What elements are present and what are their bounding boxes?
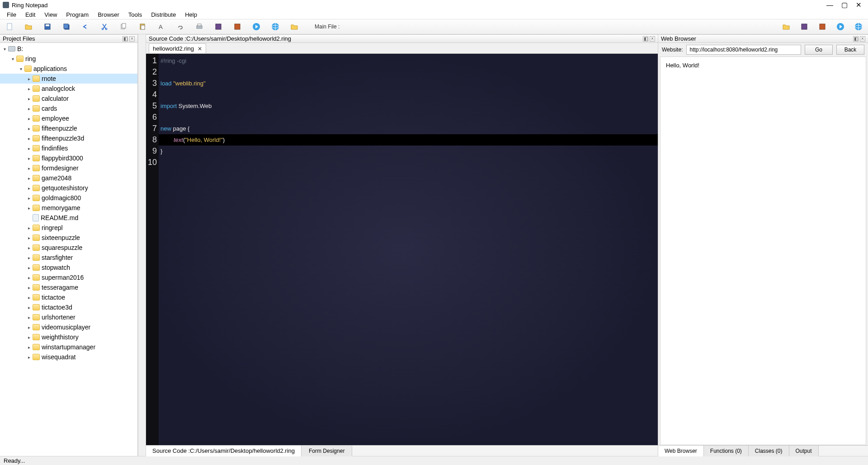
tree-item[interactable]: README.md [0,213,137,223]
tree-item[interactable]: ▸rnote [0,74,137,84]
menu-file[interactable]: File [3,10,20,19]
tree-item[interactable]: ▸starsfighter [0,253,137,263]
panel-float-icon[interactable]: ◧ [123,36,128,42]
tree-item[interactable]: ▸findinfiles [0,143,137,153]
menu-distribute[interactable]: Distribute [147,10,180,19]
open-folder-icon-r[interactable] [782,23,790,31]
tree-item[interactable]: ▸videomusicplayer [0,322,137,332]
bottom-tab-output[interactable]: Output [789,446,819,456]
browser-output-text: Hello, World! [666,62,699,69]
font-icon[interactable]: A [157,23,165,31]
tree-item[interactable]: ▸wisequadrat [0,352,137,362]
form-icon[interactable] [214,23,222,31]
tree-item[interactable]: ▸fifteenpuzzle [0,123,137,133]
menu-program[interactable]: Program [62,10,93,19]
editor-bottom-tab-formdesigner[interactable]: Form Designer [302,446,352,456]
run-web-icon[interactable] [271,23,279,31]
browser-content: Hello, World! [660,56,866,445]
undo-icon[interactable] [81,23,90,31]
status-bar: Ready... [0,456,868,465]
link-icon[interactable] [176,23,184,31]
menu-help[interactable]: Help [181,10,201,19]
back-button[interactable]: Back [836,45,864,55]
tree-item[interactable]: ▸getquoteshistory [0,183,137,193]
toolbar: A Main File : [0,19,868,34]
tree-item[interactable]: ▸superman2016 [0,272,137,282]
browser-bottom-tabstrip: Web Browser Functions (0) Classes (0) Ou… [658,445,868,456]
splitter-left[interactable] [138,34,146,456]
panel-close-icon[interactable]: × [129,36,135,42]
editor-tab[interactable]: helloworld2.ring ✕ [149,43,206,53]
tree-item[interactable]: ▾B: [0,44,137,54]
menu-tools[interactable]: Tools [124,10,146,19]
project-tree[interactable]: ▾B:▾ring▾applications▸rnote▸analogclock▸… [0,43,137,456]
close-button[interactable]: ✕ [856,1,862,9]
paste-icon[interactable] [138,23,146,31]
print-icon[interactable] [195,23,203,31]
go-button[interactable]: Go [805,45,833,55]
url-label: Website: [662,47,683,53]
gutter: 12345678910 [146,54,159,445]
tree-item[interactable]: ▸employee [0,113,137,123]
run-web-icon-r[interactable] [854,23,863,31]
editor-tabstrip: helloworld2.ring ✕ [146,43,658,54]
project-panel-header: Project Files ◧ × [0,34,137,43]
open-main-icon[interactable] [290,23,298,31]
editor-float-icon[interactable]: ◧ [643,36,648,42]
save-all-icon[interactable] [62,23,71,31]
tree-item[interactable]: ▸ringrepl [0,223,137,233]
svg-rect-4 [64,24,68,28]
bottom-tab-functions[interactable]: Functions (0) [704,446,749,456]
menu-bar: File Edit View Program Browser Tools Dis… [0,10,868,19]
tree-item[interactable]: ▸squarespuzzle [0,243,137,253]
project-panel-title: Project Files [3,35,35,42]
open-folder-icon[interactable] [24,23,33,31]
tree-item[interactable]: ▸calculator [0,94,137,103]
bottom-tab-classes[interactable]: Classes (0) [749,446,789,456]
tree-item[interactable]: ▸memorygame [0,203,137,213]
browser-close-icon[interactable]: × [860,36,865,42]
editor-close-icon[interactable]: × [650,36,655,42]
new-file-icon[interactable] [5,23,14,31]
svg-rect-20 [820,24,825,29]
menu-edit[interactable]: Edit [21,10,39,19]
save-icon[interactable] [43,23,52,31]
tree-item[interactable]: ▸winstartupmanager [0,342,137,352]
url-input[interactable] [686,45,801,55]
svg-rect-14 [216,24,221,29]
tree-item[interactable]: ▸formdesigner [0,163,137,173]
tree-item[interactable]: ▸stopwatch [0,263,137,272]
bottom-tab-webbrowser[interactable]: Web Browser [658,446,704,456]
tree-item[interactable]: ▸urlshortener [0,312,137,322]
menu-browser[interactable]: Browser [94,10,123,19]
tree-item[interactable]: ▸game2048 [0,173,137,183]
maximize-button[interactable]: ▢ [841,1,848,9]
tree-item[interactable]: ▸tictactoe [0,292,137,302]
copy-icon[interactable] [119,23,127,31]
menu-view[interactable]: View [40,10,61,19]
debug-icon-r[interactable] [818,23,826,31]
tab-close-icon[interactable]: ✕ [198,46,202,52]
window-title: Ring Notepad [12,2,826,9]
tree-item[interactable]: ▸flappybird3000 [0,153,137,163]
tree-item[interactable]: ▾ring [0,54,137,64]
debug-icon[interactable] [233,23,241,31]
browser-float-icon[interactable]: ◧ [853,36,859,42]
tree-item[interactable]: ▸cards [0,103,137,113]
editor-bottom-tabstrip: Source Code : C:/Users/samir/Desktop/hel… [146,445,658,456]
run-icon-r[interactable] [836,23,844,31]
cut-icon[interactable] [100,23,108,31]
tree-item[interactable]: ▸weighthistory [0,332,137,342]
tree-item[interactable]: ▸tesseragame [0,282,137,292]
editor-bottom-tab-source[interactable]: Source Code : C:/Users/samir/Desktop/hel… [146,446,302,456]
tree-item[interactable]: ▾applications [0,64,137,74]
run-icon[interactable] [252,23,260,31]
minimize-button[interactable]: — [826,1,833,9]
tree-item[interactable]: ▸analogclock [0,84,137,94]
tree-item[interactable]: ▸sixteenpuzzle [0,233,137,243]
form-icon-r[interactable] [800,23,808,31]
tree-item[interactable]: ▸tictactoe3d [0,302,137,312]
code-editor[interactable]: 12345678910 #!ring -cgi load "weblib.rin… [146,54,658,445]
tree-item[interactable]: ▸fifteenpuzzle3d [0,133,137,143]
tree-item[interactable]: ▸goldmagic800 [0,193,137,203]
